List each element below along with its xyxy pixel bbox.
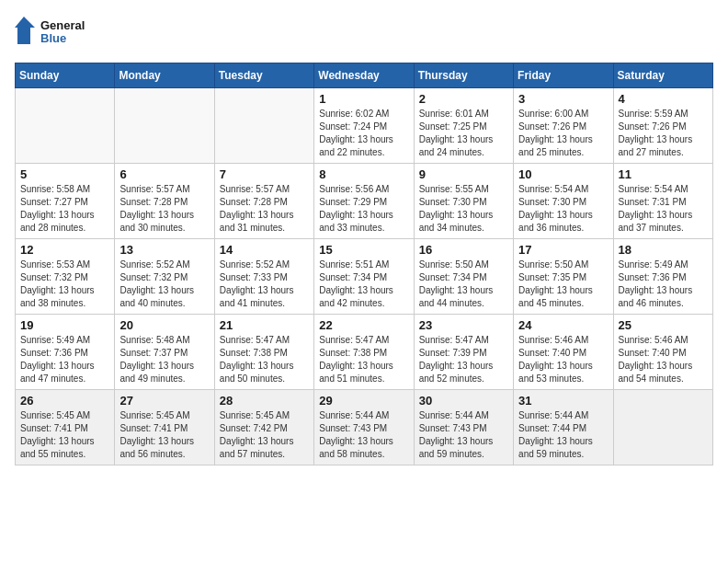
day-number: 23 [419, 318, 508, 332]
calendar-day-cell: 24Sunrise: 5:46 AM Sunset: 7:40 PM Dayli… [514, 315, 613, 390]
day-number: 2 [419, 92, 508, 106]
day-of-week-header: Friday [514, 63, 613, 88]
day-number: 13 [119, 243, 209, 257]
day-number: 21 [220, 318, 309, 332]
calendar-day-cell: 27Sunrise: 5:45 AM Sunset: 7:41 PM Dayli… [115, 390, 214, 465]
day-info: Sunrise: 5:45 AM Sunset: 7:41 PM Dayligh… [20, 409, 109, 461]
day-info: Sunrise: 5:50 AM Sunset: 7:35 PM Dayligh… [518, 259, 608, 310]
day-of-week-header: Thursday [414, 63, 513, 88]
day-number: 11 [619, 167, 708, 181]
day-info: Sunrise: 5:49 AM Sunset: 7:36 PM Dayligh… [619, 259, 708, 310]
day-info: Sunrise: 5:58 AM Sunset: 7:27 PM Dayligh… [20, 183, 109, 235]
day-info: Sunrise: 5:48 AM Sunset: 7:37 PM Dayligh… [119, 334, 209, 385]
calendar-day-cell: 8Sunrise: 5:56 AM Sunset: 7:29 PM Daylig… [314, 164, 414, 239]
day-number: 27 [119, 394, 209, 408]
calendar-day-cell [214, 88, 313, 164]
day-info: Sunrise: 5:54 AM Sunset: 7:30 PM Dayligh… [518, 183, 608, 235]
day-of-week-header: Wednesday [314, 63, 414, 88]
day-number: 5 [20, 167, 109, 181]
calendar-day-cell: 12Sunrise: 5:53 AM Sunset: 7:32 PM Dayli… [16, 239, 115, 315]
day-info: Sunrise: 5:49 AM Sunset: 7:36 PM Dayligh… [20, 334, 109, 385]
calendar-day-cell: 20Sunrise: 5:48 AM Sunset: 7:37 PM Dayli… [115, 315, 214, 390]
day-number: 10 [518, 167, 608, 181]
calendar-week-row: 19Sunrise: 5:49 AM Sunset: 7:36 PM Dayli… [16, 315, 713, 390]
calendar-day-cell: 31Sunrise: 5:44 AM Sunset: 7:44 PM Dayli… [514, 390, 613, 465]
day-info: Sunrise: 5:46 AM Sunset: 7:40 PM Dayligh… [619, 334, 708, 385]
day-number: 19 [20, 318, 109, 332]
day-number: 29 [319, 394, 408, 408]
day-number: 6 [119, 167, 209, 181]
calendar-day-cell [613, 390, 712, 465]
day-info: Sunrise: 5:53 AM Sunset: 7:32 PM Dayligh… [20, 259, 109, 310]
calendar-day-cell [16, 88, 115, 164]
day-info: Sunrise: 5:47 AM Sunset: 7:39 PM Dayligh… [419, 334, 508, 385]
day-number: 18 [619, 243, 708, 257]
day-info: Sunrise: 5:57 AM Sunset: 7:28 PM Dayligh… [220, 183, 309, 235]
calendar-day-cell: 30Sunrise: 5:44 AM Sunset: 7:43 PM Dayli… [414, 390, 513, 465]
calendar-header: SundayMondayTuesdayWednesdayThursdayFrid… [16, 63, 713, 88]
day-number: 16 [419, 243, 508, 257]
svg-text:General: General [40, 18, 85, 32]
calendar-day-cell: 13Sunrise: 5:52 AM Sunset: 7:32 PM Dayli… [115, 239, 214, 315]
day-number: 14 [220, 243, 309, 257]
day-number: 30 [419, 394, 508, 408]
logo: General Blue [15, 15, 88, 52]
day-number: 24 [518, 318, 608, 332]
calendar-day-cell: 7Sunrise: 5:57 AM Sunset: 7:28 PM Daylig… [214, 164, 313, 239]
calendar-table: SundayMondayTuesdayWednesdayThursdayFrid… [15, 63, 713, 465]
day-info: Sunrise: 5:44 AM Sunset: 7:43 PM Dayligh… [319, 409, 408, 461]
calendar-week-row: 1Sunrise: 6:02 AM Sunset: 7:24 PM Daylig… [16, 88, 713, 164]
page-header: General Blue [15, 15, 713, 52]
day-info: Sunrise: 5:59 AM Sunset: 7:26 PM Dayligh… [619, 108, 708, 159]
svg-text:Blue: Blue [40, 31, 66, 45]
day-number: 31 [518, 394, 608, 408]
calendar-day-cell: 5Sunrise: 5:58 AM Sunset: 7:27 PM Daylig… [16, 164, 115, 239]
day-info: Sunrise: 6:02 AM Sunset: 7:24 PM Dayligh… [319, 108, 408, 159]
day-number: 20 [119, 318, 209, 332]
calendar-day-cell: 10Sunrise: 5:54 AM Sunset: 7:30 PM Dayli… [514, 164, 613, 239]
day-number: 8 [319, 167, 408, 181]
day-info: Sunrise: 5:45 AM Sunset: 7:41 PM Dayligh… [119, 409, 209, 461]
calendar-day-cell: 3Sunrise: 6:00 AM Sunset: 7:26 PM Daylig… [514, 88, 613, 164]
day-info: Sunrise: 5:56 AM Sunset: 7:29 PM Dayligh… [319, 183, 408, 235]
day-number: 22 [319, 318, 408, 332]
day-number: 28 [220, 394, 309, 408]
day-info: Sunrise: 5:54 AM Sunset: 7:31 PM Dayligh… [619, 183, 708, 235]
day-number: 1 [319, 92, 408, 106]
calendar-day-cell [115, 88, 214, 164]
day-number: 7 [220, 167, 309, 181]
day-number: 12 [20, 243, 109, 257]
day-info: Sunrise: 5:46 AM Sunset: 7:40 PM Dayligh… [518, 334, 608, 385]
calendar-day-cell: 26Sunrise: 5:45 AM Sunset: 7:41 PM Dayli… [16, 390, 115, 465]
day-info: Sunrise: 5:55 AM Sunset: 7:30 PM Dayligh… [419, 183, 508, 235]
day-number: 4 [619, 92, 708, 106]
calendar-week-row: 12Sunrise: 5:53 AM Sunset: 7:32 PM Dayli… [16, 239, 713, 315]
calendar-day-cell: 6Sunrise: 5:57 AM Sunset: 7:28 PM Daylig… [115, 164, 214, 239]
calendar-day-cell: 21Sunrise: 5:47 AM Sunset: 7:38 PM Dayli… [214, 315, 313, 390]
day-number: 26 [20, 394, 109, 408]
day-info: Sunrise: 5:44 AM Sunset: 7:44 PM Dayligh… [518, 409, 608, 461]
day-number: 15 [319, 243, 408, 257]
calendar-day-cell: 15Sunrise: 5:51 AM Sunset: 7:34 PM Dayli… [314, 239, 414, 315]
day-info: Sunrise: 5:51 AM Sunset: 7:34 PM Dayligh… [319, 259, 408, 310]
calendar-day-cell: 17Sunrise: 5:50 AM Sunset: 7:35 PM Dayli… [514, 239, 613, 315]
calendar-day-cell: 29Sunrise: 5:44 AM Sunset: 7:43 PM Dayli… [314, 390, 414, 465]
day-info: Sunrise: 6:00 AM Sunset: 7:26 PM Dayligh… [518, 108, 608, 159]
day-number: 3 [518, 92, 608, 106]
calendar-day-cell: 2Sunrise: 6:01 AM Sunset: 7:25 PM Daylig… [414, 88, 513, 164]
day-info: Sunrise: 5:44 AM Sunset: 7:43 PM Dayligh… [419, 409, 508, 461]
calendar-body: 1Sunrise: 6:02 AM Sunset: 7:24 PM Daylig… [16, 88, 713, 465]
calendar-day-cell: 28Sunrise: 5:45 AM Sunset: 7:42 PM Dayli… [214, 390, 313, 465]
day-info: Sunrise: 5:50 AM Sunset: 7:34 PM Dayligh… [419, 259, 508, 310]
day-number: 17 [518, 243, 608, 257]
day-info: Sunrise: 5:47 AM Sunset: 7:38 PM Dayligh… [319, 334, 408, 385]
day-info: Sunrise: 5:45 AM Sunset: 7:42 PM Dayligh… [220, 409, 309, 461]
calendar-day-cell: 9Sunrise: 5:55 AM Sunset: 7:30 PM Daylig… [414, 164, 513, 239]
day-info: Sunrise: 5:57 AM Sunset: 7:28 PM Dayligh… [119, 183, 209, 235]
day-info: Sunrise: 5:47 AM Sunset: 7:38 PM Dayligh… [220, 334, 309, 385]
calendar-day-cell: 22Sunrise: 5:47 AM Sunset: 7:38 PM Dayli… [314, 315, 414, 390]
day-info: Sunrise: 6:01 AM Sunset: 7:25 PM Dayligh… [419, 108, 508, 159]
day-of-week-header: Sunday [16, 63, 115, 88]
calendar-day-cell: 25Sunrise: 5:46 AM Sunset: 7:40 PM Dayli… [613, 315, 712, 390]
calendar-day-cell: 23Sunrise: 5:47 AM Sunset: 7:39 PM Dayli… [414, 315, 513, 390]
